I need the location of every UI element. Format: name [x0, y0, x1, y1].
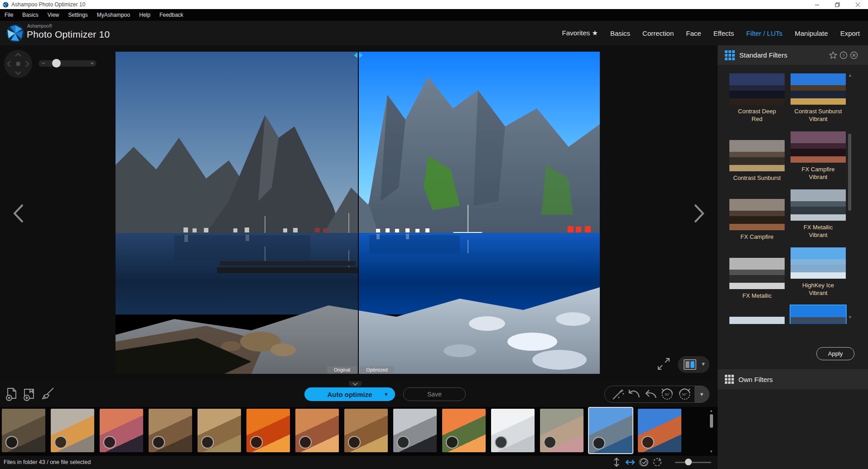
next-image-button[interactable]	[692, 203, 706, 224]
select-circle-icon[interactable]	[348, 436, 361, 449]
zoom-slider-thumb[interactable]	[52, 59, 61, 68]
menu-item-view[interactable]: View	[43, 9, 64, 21]
panel-scrollbar-thumb[interactable]	[848, 134, 851, 211]
filter-thumb-highkey-ice-vibrant[interactable]	[791, 247, 846, 279]
filter-thumb-contrast-deep-red[interactable]	[729, 73, 785, 105]
menu-item-basics[interactable]: Basics	[18, 9, 43, 21]
menu-bar: FileBasicsViewSettingsMyAshampooHelpFeed…	[0, 9, 868, 21]
thumbnail-autumn-leaf[interactable]	[246, 409, 290, 452]
nav-tab-manipulate[interactable]: Manipulate	[795, 29, 828, 37]
apply-filter-button[interactable]: Apply	[816, 347, 854, 360]
panel-scroll-up-icon[interactable]: ▲	[848, 73, 852, 77]
zoom-out-icon[interactable]: −	[42, 60, 45, 67]
select-circle-icon[interactable]	[495, 436, 507, 449]
thumbnail-foggy-bridge[interactable]	[491, 409, 535, 452]
select-circle-icon[interactable]	[397, 436, 410, 449]
restore-button[interactable]	[827, 0, 848, 9]
magic-wand-icon[interactable]	[611, 387, 625, 401]
show-optimized-icon[interactable]	[639, 457, 649, 467]
filmstrip-scroll-up-icon[interactable]: ▲	[709, 409, 713, 413]
filter-thumb-fx-campfire-vibrant[interactable]	[791, 131, 846, 163]
collapse-toolbar-tab[interactable]	[349, 381, 362, 387]
fit-width-icon[interactable]	[625, 457, 635, 467]
nav-tab-filter-luts[interactable]: Filter / LUTs	[746, 29, 782, 37]
select-circle-icon[interactable]	[544, 436, 556, 449]
menu-item-feedback[interactable]: Feedback	[155, 9, 188, 21]
undo-icon[interactable]	[627, 387, 641, 401]
thumbnail-cat[interactable]	[51, 409, 94, 452]
select-circle-icon[interactable]	[5, 436, 18, 449]
select-circle-icon[interactable]	[250, 436, 263, 449]
nav-tab-favorites[interactable]: Favorites ★	[562, 29, 598, 37]
filter-thumb-contrast-sunburst[interactable]	[729, 140, 785, 171]
compare-canvas[interactable]: Original Optimized	[116, 52, 600, 374]
compare-divider[interactable]	[358, 52, 359, 374]
thumbnail-marmot[interactable]	[540, 409, 583, 452]
nav-tab-face[interactable]: Face	[686, 29, 701, 37]
undo-all-icon[interactable]	[644, 387, 657, 401]
thumbnail-boathouses[interactable]	[638, 409, 681, 452]
menu-item-file[interactable]: File	[0, 9, 18, 21]
thumbnail-orange-flowers[interactable]	[442, 409, 486, 452]
fit-height-icon[interactable]	[612, 457, 622, 467]
previous-image-button[interactable]	[12, 203, 25, 224]
thumbnail-size-slider[interactable]	[675, 462, 711, 463]
panel-scroll-down-icon[interactable]: ▼	[848, 315, 852, 319]
select-circle-icon[interactable]	[641, 436, 654, 449]
close-panel-icon[interactable]	[850, 51, 858, 59]
thumbnail-sunset-beach[interactable]	[100, 409, 143, 452]
filmstrip-scrollbar-thumb[interactable]	[710, 414, 713, 428]
favorite-star-icon[interactable]	[829, 51, 837, 59]
pan-widget[interactable]	[4, 50, 32, 78]
thumbnail-lake-village[interactable]	[589, 408, 632, 453]
filter-thumb-fx-metallic-vibrant[interactable]	[791, 189, 846, 221]
thumbnail-temple-ruins[interactable]	[2, 409, 45, 452]
filter-thumb-fx-campfire[interactable]	[729, 199, 785, 230]
select-circle-icon[interactable]	[103, 436, 116, 449]
thumbnail-canyon-sunset[interactable]	[295, 409, 339, 452]
fit-to-view-icon[interactable]	[657, 357, 670, 371]
zoom-in-icon[interactable]: +	[90, 60, 94, 67]
select-circle-icon[interactable]	[201, 436, 214, 449]
menu-item-help[interactable]: Help	[135, 9, 155, 21]
own-filters-section[interactable]: Own Filters	[718, 369, 868, 389]
thumbnail-size-slider-thumb[interactable]	[685, 459, 692, 465]
zoom-slider[interactable]: − +	[39, 60, 96, 67]
select-circle-icon[interactable]	[593, 437, 605, 450]
chevron-down-icon[interactable]: ▼	[701, 361, 706, 367]
add-folder-icon[interactable]	[22, 387, 36, 401]
nav-tab-effects[interactable]: Effects	[714, 29, 734, 37]
filters-panel: Standard Filters ? Contrast Deep RedCont…	[718, 45, 868, 469]
nav-tab-export[interactable]: Export	[840, 29, 860, 37]
select-circle-icon[interactable]	[152, 436, 165, 449]
auto-optimize-button[interactable]: Auto optimize ▼	[304, 387, 395, 401]
thumbnail-gnarled-tree[interactable]	[149, 409, 192, 452]
refresh-compare-icon[interactable]	[652, 457, 662, 467]
thumbnail-nuts[interactable]	[344, 409, 388, 452]
help-icon[interactable]: ?	[839, 51, 848, 59]
divider-handle-icon[interactable]	[354, 53, 363, 58]
add-image-icon[interactable]	[5, 387, 19, 401]
menu-item-settings[interactable]: Settings	[63, 9, 92, 21]
rotate-right-icon[interactable]: 90°	[677, 387, 692, 401]
menu-item-myashampoo[interactable]: MyAshampoo	[92, 9, 135, 21]
filter-thumb-filter-partial-selected[interactable]	[791, 305, 846, 324]
thumbnail-horse[interactable]	[198, 409, 241, 452]
compare-mode-toggle[interactable]: ▼	[678, 356, 709, 373]
select-circle-icon[interactable]	[446, 436, 458, 449]
close-button[interactable]	[848, 0, 868, 9]
chevron-down-icon[interactable]: ▼	[384, 392, 389, 397]
filter-thumb-fx-metallic[interactable]	[729, 258, 785, 289]
select-circle-icon[interactable]	[299, 436, 312, 449]
thumbnail-dark-tree-sky[interactable]	[393, 409, 437, 452]
save-button[interactable]: Save	[403, 387, 466, 401]
filter-thumb-contrast-sunburst-vibrant[interactable]	[791, 73, 846, 105]
filmstrip-scroll-down-icon[interactable]: ▼	[709, 450, 713, 454]
rotate-left-icon[interactable]: 90°	[660, 387, 675, 401]
clear-list-broom-icon[interactable]	[40, 387, 54, 401]
nav-tab-correction[interactable]: Correction	[642, 29, 674, 37]
filter-thumb-filter-partial-left[interactable]	[729, 317, 785, 324]
nav-tab-basics[interactable]: Basics	[610, 29, 630, 37]
minimize-button[interactable]	[807, 0, 827, 9]
select-circle-icon[interactable]	[54, 436, 67, 449]
